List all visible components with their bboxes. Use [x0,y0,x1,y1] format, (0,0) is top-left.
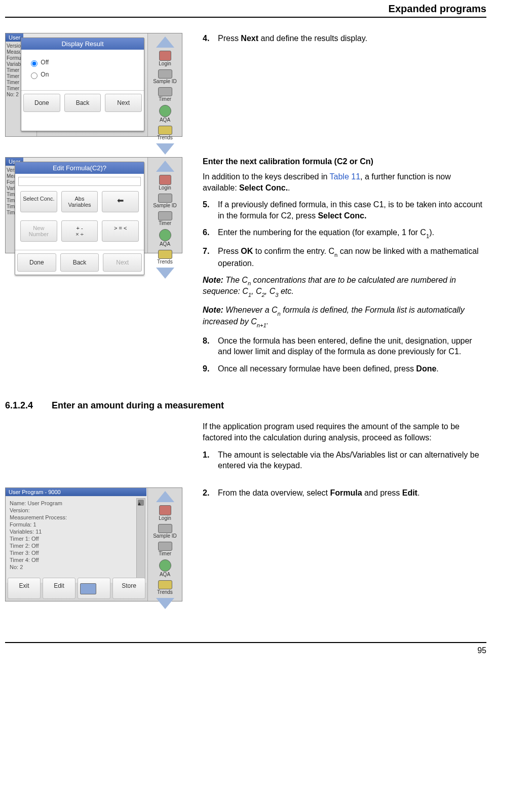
login-icon[interactable] [159,51,171,61]
note: Note: The Cn concentrations that are to … [203,275,486,298]
scroll-thumb-up[interactable]: ▴ [138,500,144,506]
back-button[interactable]: Back [64,94,101,112]
formula-input[interactable] [18,177,141,186]
scroll-up-icon[interactable] [156,161,174,172]
timer-icon[interactable] [158,87,172,96]
modal-title: Display Result [21,38,144,50]
sidebar-trends[interactable]: Trends [149,259,181,265]
radio-off[interactable]: Off [28,59,137,67]
select-conc-button[interactable]: Select Conc. [20,191,57,212]
screenshot-edit-formula: User Version Measu Formul Variabl Timer … [5,157,182,253]
step-text: Once the formula has been entered, defin… [218,335,486,357]
list-item[interactable]: Timer 3: Off [10,550,143,556]
radio-on-label: On [41,71,49,78]
scrollbar[interactable]: ▴ [136,498,145,581]
list-item[interactable]: Timer 4: Off [10,557,143,563]
scroll-up-icon[interactable] [156,36,174,48]
sidebar-trends[interactable]: Trends [149,589,181,595]
next-button[interactable]: Next [105,94,142,112]
sub-heading: Enter the next calibration formula (C2 o… [203,157,486,166]
step-number: 2. [203,487,218,499]
list-item[interactable]: Name: User Program [10,500,143,506]
list-item[interactable]: No: 2 [10,564,143,570]
sidebar-timer[interactable]: Timer [149,551,181,556]
aqa-icon[interactable] [159,559,171,572]
scroll-down-icon[interactable] [156,268,174,279]
step-text: Press OK to confirm the entry. Cn can no… [218,246,486,269]
list-item[interactable]: Formula: 1 [10,521,143,528]
sidebar-login[interactable]: Login [149,61,181,66]
backspace-button[interactable]: ⬅ [102,191,139,212]
step-number: 4. [203,33,218,44]
sidebar-sample-id[interactable]: Sample ID [149,79,181,84]
sidebar-login[interactable]: Login [149,515,181,521]
sidebar-trends[interactable]: Trends [149,135,181,140]
step-text: Press Next and define the results displa… [218,33,486,44]
sidebar-aqa[interactable]: AQA [149,241,181,247]
trends-icon[interactable] [158,250,172,259]
step-text: If a previously defined formula, in this… [218,199,486,221]
step-number: 5. [203,199,218,221]
trends-icon[interactable] [158,126,172,135]
step-text: Once all necessary formulae have been de… [218,363,486,374]
table-link[interactable]: Table 11 [330,172,361,181]
step-number: 1. [203,449,218,471]
list-item[interactable]: Version: [10,507,143,513]
scroll-down-icon[interactable] [156,598,174,609]
paragraph: In addition to the keys described in Tab… [203,171,486,193]
list-item[interactable]: Timer 2: Off [10,543,143,549]
step-text: From the data overview, select Formula a… [218,487,486,499]
timer-icon[interactable] [158,211,172,220]
sidebar-sample-id[interactable]: Sample ID [149,203,181,208]
timer-icon[interactable] [158,542,172,551]
screenshot-display-result: User Version Measu Formul Variabl Timer … [5,33,182,137]
sidebar-login[interactable]: Login [149,185,181,191]
back-button[interactable]: Back [60,253,99,272]
sidebar-aqa[interactable]: AQA [149,117,181,123]
abs-variables-button[interactable]: Abs Variables [61,191,98,212]
step-number: 6. [203,227,218,239]
scroll-down-icon[interactable] [156,143,174,155]
section-number: 6.1.2.4 [5,400,52,411]
section-heading: 6.1.2.4 Enter an amount during a measure… [5,400,486,411]
radio-on[interactable]: On [28,71,137,79]
login-icon[interactable] [159,175,171,185]
scroll-up-icon[interactable] [156,491,174,502]
sidebar-timer[interactable]: Timer [149,220,181,226]
list-item[interactable]: Measurement Process: [10,514,143,520]
sample-id-icon[interactable] [158,69,172,79]
ss3-title: User Program - 9000 [6,488,146,496]
step-number: 7. [203,246,218,269]
done-button[interactable]: Done [23,94,60,112]
edit-button[interactable]: Edit [43,578,75,599]
sample-id-icon[interactable] [158,194,172,203]
new-number-button[interactable]: New Number [20,220,57,242]
list-item[interactable]: Variables: 11 [10,529,143,535]
sidebar-timer[interactable]: Timer [149,96,181,102]
sidebar-sample-id[interactable]: Sample ID [149,533,181,539]
paragraph: If the application program used requires… [203,421,486,443]
monitor-icon [80,583,96,594]
trends-icon[interactable] [158,580,172,589]
sidebar-aqa[interactable]: AQA [149,572,181,577]
step-number: 9. [203,363,218,374]
aqa-icon[interactable] [159,229,171,241]
screenshot-user-program: User Program - 9000 Name: User Program V… [5,487,182,601]
step-number: 8. [203,335,218,357]
step-text: The amount is selectable via the Abs/Var… [218,449,486,471]
operators-button[interactable]: + - × ÷ [61,220,98,242]
step-text: Enter the numbering for the equation (fo… [218,227,486,239]
login-icon[interactable] [159,505,171,515]
store-button[interactable]: Store [112,578,145,599]
monitor-button[interactable] [78,578,110,599]
sample-id-icon[interactable] [158,524,172,533]
comparison-button[interactable]: > = < [102,220,139,242]
section-title: Enter an amount during a measurement [52,400,224,411]
radio-off-label: Off [41,59,49,66]
exit-button[interactable]: Exit [8,578,41,599]
done-button[interactable]: Done [17,253,56,272]
list-item[interactable]: Timer 1: Off [10,536,143,542]
note: Note: Whenever a Cn formula is defined, … [203,305,486,328]
next-button[interactable]: Next [103,253,142,272]
aqa-icon[interactable] [159,105,171,117]
